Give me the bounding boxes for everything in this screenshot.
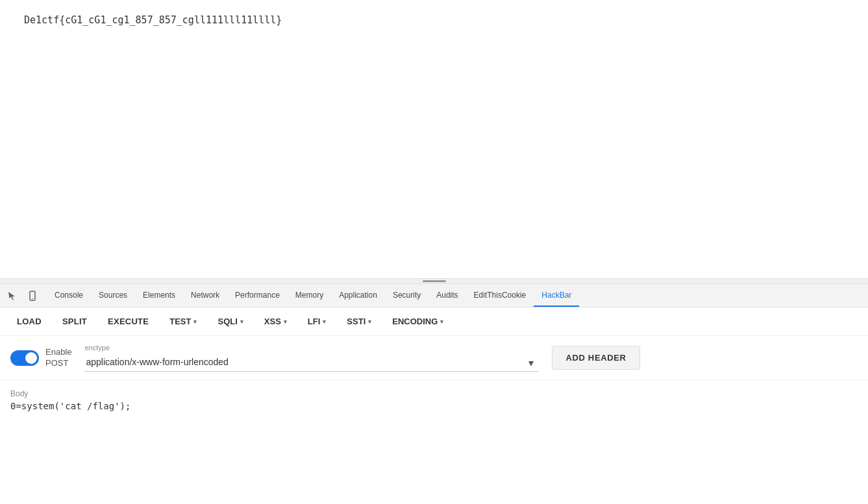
split-button[interactable]: SPLIT [53, 313, 96, 330]
inspect-element-icon[interactable] [3, 287, 21, 305]
hackbar-options: Enable POST enctype application/x-www-fo… [0, 336, 868, 380]
enctype-select[interactable]: application/x-www-form-urlencoded multip… [84, 353, 539, 372]
sqli-chevron-icon: ▾ [240, 318, 243, 325]
tab-memory[interactable]: Memory [288, 284, 331, 307]
page-output-text: De1ctf{cG1_cG1_cg1_857_857_cgll111lll11l… [24, 14, 282, 26]
xss-chevron-icon: ▾ [284, 318, 287, 325]
encoding-button[interactable]: ENCODING ▾ [383, 313, 453, 330]
add-header-button[interactable]: ADD HEADER [552, 346, 639, 370]
tab-performance[interactable]: Performance [227, 284, 288, 307]
load-button[interactable]: LOAD [8, 313, 51, 330]
tab-console[interactable]: Console [47, 284, 91, 307]
devtools-tabs: Console Sources Elements Network Perform… [47, 284, 579, 307]
body-section: Body 0=system('cat /flag'); [0, 380, 868, 504]
test-chevron-icon: ▾ [193, 318, 197, 325]
device-toggle-icon[interactable] [23, 287, 42, 305]
execute-button[interactable]: EXECUTE [99, 313, 158, 330]
body-label: Body [10, 389, 858, 398]
enable-post-toggle[interactable] [10, 350, 39, 366]
enctype-select-wrapper: application/x-www-form-urlencoded multip… [84, 353, 539, 372]
enctype-group: enctype application/x-www-form-urlencode… [84, 344, 539, 372]
devtools-toolbar: Console Sources Elements Network Perform… [0, 284, 868, 307]
toggle-slider [10, 350, 39, 366]
enctype-label: enctype [84, 344, 539, 352]
xss-button[interactable]: XSS ▾ [255, 313, 296, 330]
sqli-button[interactable]: SQLI ▾ [208, 313, 252, 330]
tab-elements[interactable]: Elements [135, 284, 183, 307]
tab-application[interactable]: Application [331, 284, 385, 307]
tab-security[interactable]: Security [385, 284, 428, 307]
tab-audits[interactable]: Audits [428, 284, 465, 307]
tab-network[interactable]: Network [183, 284, 227, 307]
ssti-chevron-icon: ▾ [368, 318, 371, 325]
encoding-chevron-icon: ▾ [440, 318, 443, 325]
lfi-button[interactable]: LFI ▾ [299, 313, 336, 330]
devtools-panel: Console Sources Elements Network Perform… [0, 283, 868, 504]
lfi-chevron-icon: ▾ [323, 318, 326, 325]
test-button[interactable]: TEST ▾ [160, 313, 206, 330]
devtools-resize-handle[interactable] [0, 278, 868, 283]
hackbar-toolbar: LOAD SPLIT EXECUTE TEST ▾ SQLI ▾ XSS ▾ L… [0, 307, 868, 336]
body-value[interactable]: 0=system('cat /flag'); [10, 401, 858, 411]
tab-hackbar[interactable]: HackBar [534, 284, 579, 307]
tab-editthiscookie[interactable]: EditThisCookie [466, 284, 534, 307]
hackbar-content: LOAD SPLIT EXECUTE TEST ▾ SQLI ▾ XSS ▾ L… [0, 307, 868, 504]
browser-content: De1ctf{cG1_cG1_cg1_857_857_cgll111lll11l… [0, 0, 868, 278]
tab-sources[interactable]: Sources [91, 284, 135, 307]
devtools-icon-group [3, 287, 42, 305]
enable-post-container: Enable POST [10, 347, 71, 369]
ssti-button[interactable]: SSTI ▾ [338, 313, 380, 330]
svg-point-1 [32, 298, 33, 299]
resize-handle-icon [423, 280, 446, 282]
enable-post-label: Enable POST [45, 347, 71, 369]
